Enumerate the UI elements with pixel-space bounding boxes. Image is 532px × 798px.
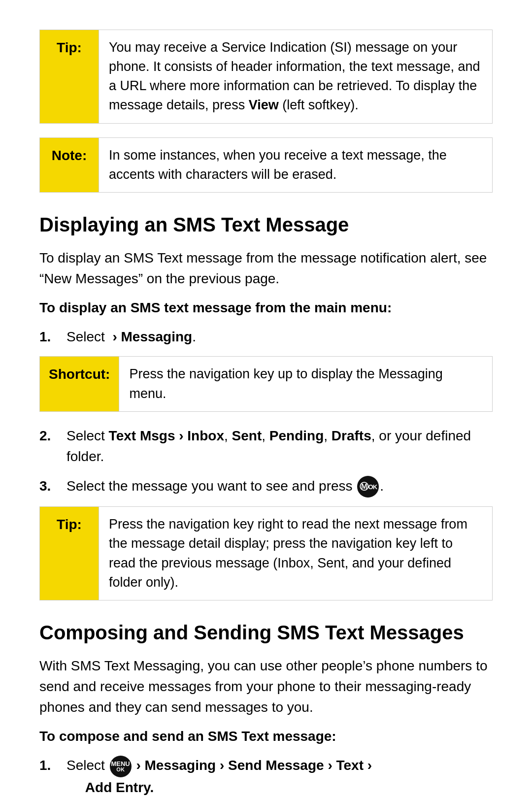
- section1-sub-heading: To display an SMS text message from the …: [39, 298, 493, 318]
- section2-step-1-number: 1.: [39, 755, 66, 776]
- step-1-number: 1.: [39, 327, 66, 347]
- menu-icon-2: MENU OK: [110, 756, 132, 777]
- step-2-bold3: Pending: [269, 428, 324, 443]
- section2-body: With SMS Text Messaging, you can use oth…: [39, 656, 493, 718]
- note-box-1: Note: In some instances, when you receiv…: [39, 137, 493, 193]
- step-2-bold: Text Msgs › Inbox: [109, 428, 224, 443]
- shortcut-box-1: Shortcut: Press the navigation key up to…: [39, 356, 493, 411]
- note-content-1: In some instances, when you receive a te…: [99, 138, 492, 192]
- section1-steps: 1. Select › Messaging.: [39, 327, 493, 347]
- tip-content-2: Press the navigation key right to read t…: [99, 507, 492, 600]
- step-2: 2. Select Text Msgs › Inbox, Sent, Pendi…: [39, 426, 493, 467]
- tip-content-1: You may receive a Service Indication (SI…: [99, 30, 492, 123]
- step-3-number: 3.: [39, 476, 66, 497]
- note-label-1: Note:: [40, 138, 99, 192]
- step-3: 3. Select the message you want to see an…: [39, 476, 493, 498]
- section1-steps-2: 2. Select Text Msgs › Inbox, Sent, Pendi…: [39, 426, 493, 498]
- step-2-bold4: Drafts: [332, 428, 371, 443]
- step-3-content: Select the message you want to see and p…: [66, 476, 493, 498]
- step-1: 1. Select › Messaging.: [39, 327, 493, 347]
- section2-step-1-content: Select MENU OK › Messaging › Send Messag…: [66, 755, 493, 798]
- tip1-bold: View: [249, 98, 279, 112]
- shortcut-content-1: Press the navigation key up to display t…: [119, 357, 492, 411]
- section2-step-1: 1. Select MENU OK › Messaging › Send Mes…: [39, 755, 493, 798]
- tip-box-2: Tip: Press the navigation key right to r…: [39, 506, 493, 600]
- tip-label-1: Tip:: [40, 30, 99, 123]
- menu-ok-icon: ⓂOK: [357, 476, 379, 498]
- section2-heading: Composing and Sending SMS Text Messages: [39, 618, 493, 647]
- step-2-content: Select Text Msgs › Inbox, Sent, Pending,…: [66, 426, 493, 467]
- section1-heading: Displaying an SMS Text Message: [39, 210, 493, 239]
- step-2-number: 2.: [39, 426, 66, 446]
- step-2-bold2: Sent: [232, 428, 262, 443]
- step-1-content: Select › Messaging.: [66, 327, 493, 347]
- section2-sub-heading: To compose and send an SMS Text message:: [39, 727, 493, 747]
- tip-label-2: Tip:: [40, 507, 99, 600]
- tip-box-1: Tip: You may receive a Service Indicatio…: [39, 30, 493, 124]
- section1-body: To display an SMS Text message from the …: [39, 248, 493, 289]
- step-1-bold: › Messaging: [112, 329, 192, 344]
- shortcut-label-1: Shortcut:: [40, 357, 119, 411]
- section2-steps: 1. Select MENU OK › Messaging › Send Mes…: [39, 755, 493, 798]
